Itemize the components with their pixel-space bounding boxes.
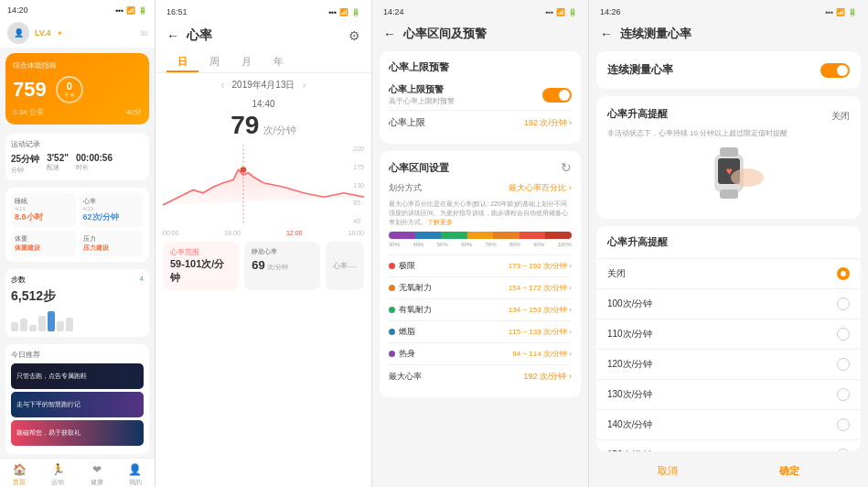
zone-fatburn-name: 燃脂: [389, 326, 415, 338]
p4-battery-icon: 🔋: [848, 8, 857, 16]
y-axis: 220 175 130 85 40: [353, 144, 364, 226]
cancel-button[interactable]: 取消: [658, 464, 678, 478]
bar-seg-6: [520, 232, 546, 239]
p4-title: 连续测量心率: [620, 26, 857, 42]
tab-month[interactable]: 月: [230, 49, 263, 72]
metric-sleep[interactable]: 睡眠 4/13 8.0小时: [11, 193, 76, 227]
steps-label: 步数: [11, 275, 26, 285]
warning-section: 心率上限预警 心率上限预警 高于心率上限时预警 心率上限 192 次/分钟 ›: [380, 51, 581, 144]
zone-warmup-dot: [389, 351, 395, 357]
x-label-6: 06:00: [224, 230, 241, 236]
zone-aerobic-name: 有氧耐力: [389, 304, 432, 316]
zone-method-value[interactable]: 最大心率百分比 ›: [509, 182, 572, 194]
hr-other-card: 心率 —: [326, 242, 364, 290]
bar-seg-4: [467, 232, 494, 239]
steps-count: 4: [140, 275, 144, 285]
steps-bar-6: [57, 321, 64, 331]
metric-heartrate[interactable]: 心率 4/13 62次/分钟: [80, 193, 145, 227]
exercise-dist-value: 25分钟: [11, 153, 39, 166]
bar-label-60: 60%: [461, 242, 472, 247]
radio-100-empty: [837, 298, 850, 310]
resting-display: 69 次/分钟: [252, 258, 313, 272]
hr-range-card: 心率范围 59-101次/分钟: [163, 242, 239, 290]
bar-labels: 30% 40% 50% 60% 70% 80% 90% 100%: [389, 242, 572, 247]
zone-color-bar: [389, 232, 572, 239]
recommend-item-2[interactable]: 走与下平的智慧跑行记: [11, 392, 144, 417]
option-110[interactable]: 110次/分钟: [596, 319, 861, 350]
watch-image-container: ♥: [607, 146, 850, 200]
score-stat: 40分: [126, 107, 142, 117]
p4-title-row: ← 连续测量心率: [589, 20, 868, 48]
weight-value: 体重建设: [15, 244, 72, 253]
option-off[interactable]: 关闭: [596, 259, 861, 289]
radio-110-empty: [837, 328, 850, 341]
option-140[interactable]: 140次/分钟: [596, 410, 861, 440]
svg-point-7: [731, 168, 764, 187]
y-label-85: 85: [353, 200, 364, 206]
option-150[interactable]: 150次/分钟: [596, 440, 861, 451]
nav-health[interactable]: ❤ 健康: [91, 463, 103, 487]
zone-fatburn: 燃脂 115 ~ 133 次/分钟 ›: [389, 320, 572, 342]
bar-label-40: 40%: [413, 242, 423, 247]
message-icon[interactable]: ✉: [140, 28, 147, 38]
steps-bar-3: [29, 325, 37, 332]
p2-settings-icon[interactable]: ⚙: [348, 28, 360, 43]
steps-bar-7: [66, 318, 73, 331]
recommend-item-3[interactable]: 颖磁帮您，易于获取礼: [11, 420, 144, 446]
nav-home-label: 首页: [13, 478, 26, 487]
exercise-distance: 25分钟 分钟: [11, 153, 39, 175]
learn-more-link[interactable]: 了解更多: [427, 219, 453, 225]
metric-weight[interactable]: 体重 体重建设: [11, 231, 76, 256]
steps-bar-5: [48, 311, 55, 332]
nav-home[interactable]: 🏠 首页: [13, 463, 26, 487]
recommend-title: 今日推荐: [11, 350, 144, 360]
continuous-hr-toggle[interactable]: [820, 63, 850, 78]
max-hr-row[interactable]: 最大心率 192 次/分钟 ›: [389, 364, 572, 388]
option-120[interactable]: 120次/分钟: [596, 350, 861, 380]
p3-back-button[interactable]: ←: [383, 27, 396, 41]
x-label-0: 00:00: [163, 230, 179, 236]
refresh-icon[interactable]: ↻: [561, 160, 572, 175]
radio-off-selected: [837, 267, 850, 280]
p2-back-button[interactable]: ←: [166, 28, 179, 43]
p4-sub-value: 关闭: [831, 110, 850, 123]
nav-profile[interactable]: 👤 我的: [129, 463, 142, 487]
radio-120-empty: [837, 358, 850, 371]
option-100[interactable]: 100次/分钟: [596, 289, 861, 319]
tab-week[interactable]: 周: [198, 49, 230, 72]
svg-rect-5: [720, 189, 738, 199]
resting-unit: 次/分钟: [267, 263, 288, 272]
card-title: 综合体能指标: [13, 60, 142, 70]
recommend-item-1[interactable]: 只管去跑，点告专属跑鞋: [11, 363, 144, 389]
tab-day[interactable]: 日: [166, 49, 198, 72]
bar-seg-1: [389, 232, 415, 239]
hr-upper-row[interactable]: 心率上限 192 次/分钟 ›: [389, 110, 572, 135]
current-date: 2019年4月13日: [232, 79, 295, 92]
metric-stress[interactable]: 压力 压力建设: [80, 231, 145, 256]
bar-seg-7: [545, 232, 572, 239]
radio-140-empty: [837, 418, 850, 431]
p3-status-icons: ▪▪▪ 📶 🔋: [545, 8, 577, 16]
tab-year[interactable]: 年: [263, 49, 295, 72]
sleep-value: 8.0小时: [15, 211, 72, 223]
next-date-button[interactable]: ›: [302, 79, 305, 92]
warning-toggle[interactable]: [542, 88, 572, 103]
p2-signal-icon: ▪▪▪: [328, 8, 337, 16]
p1-wifi-icon: 📶: [126, 6, 135, 15]
bar-label-100: 100%: [558, 242, 572, 247]
p4-status-row: 14:26 ▪▪▪ 📶 🔋: [600, 7, 857, 16]
steps-bar-2: [20, 319, 27, 331]
prev-date-button[interactable]: ‹: [221, 79, 225, 92]
option-130[interactable]: 130次/分钟: [596, 380, 861, 410]
p4-back-button[interactable]: ←: [600, 27, 613, 41]
zone-type-row: 划分方式 最大心率百分比 ›: [389, 182, 572, 194]
nav-exercise[interactable]: 🏃 运动: [51, 463, 64, 487]
p2-title-row: ← 心率 ⚙: [155, 22, 371, 49]
zone-warmup-name: 热身: [389, 348, 415, 360]
confirm-button[interactable]: 确定: [779, 464, 799, 478]
exercise-stats: 25分钟 分钟 3'52" 配速 00:00:56 时长: [11, 153, 144, 175]
p4-sub-desc: 非活动状态下，心率持续 10 分钟以上超过限定值时提醒: [607, 128, 850, 138]
p4-signal-icon: ▪▪▪: [825, 8, 833, 16]
card-bottom: 0.34 公里 40分: [13, 107, 142, 117]
p2-status-bar: 16:51 ▪▪▪ 📶 🔋: [155, 0, 371, 22]
